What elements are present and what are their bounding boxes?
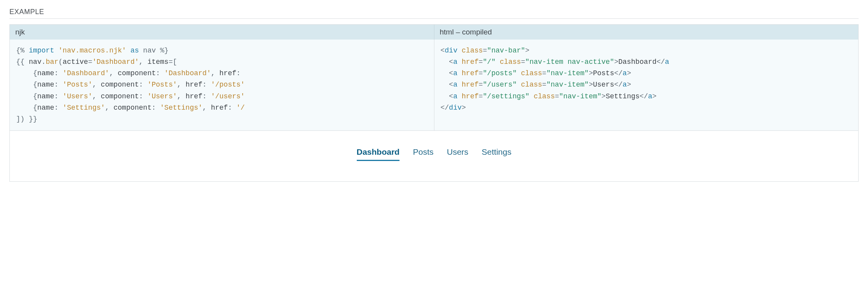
code-html: <div class="nav-bar"> <a href="/" class=… (434, 40, 859, 130)
code-token: 'Dashboard' (164, 69, 211, 77)
section-heading: EXAMPLE (9, 8, 859, 19)
code-token: { (16, 69, 37, 77)
code-token: = (88, 58, 93, 66)
code-token: href (462, 58, 479, 66)
code-token (458, 58, 462, 66)
code-token: div (445, 47, 457, 54)
nav-item-users[interactable]: Users (447, 147, 469, 160)
code-token: , (109, 69, 118, 77)
code-token: '/posts' (211, 81, 245, 89)
code-token: "/users" (483, 81, 517, 89)
code-token: 'Dashboard' (92, 58, 139, 66)
code-token: "nav-item" (559, 92, 601, 100)
code-row: {% import 'nav.macros.njk' as nav %} {{ … (10, 40, 858, 130)
code-tab-headers: njk html – compiled (10, 25, 858, 40)
code-token: Dashboard (618, 58, 656, 66)
code-token: > (627, 81, 631, 89)
code-token: component (113, 104, 151, 112)
tab-html-compiled: html – compiled (434, 25, 859, 40)
code-token: href (462, 69, 479, 77)
code-token: component (101, 81, 139, 89)
code-token: > (589, 69, 593, 77)
code-token: , (139, 58, 147, 66)
code-token: as (131, 47, 139, 54)
code-token: name (37, 69, 54, 77)
code-token (126, 47, 131, 54)
code-token: { (16, 81, 37, 89)
example-panel: njk html – compiled {% import 'nav.macro… (9, 24, 859, 182)
code-token (517, 69, 521, 77)
code-token: , (177, 92, 186, 100)
code-token: . (42, 58, 46, 66)
code-token: = (483, 47, 487, 54)
code-token: : (54, 92, 63, 100)
code-token: active (63, 58, 88, 66)
code-token: "/settings" (483, 92, 530, 100)
code-token: 'Posts' (147, 81, 177, 89)
code-token: component (118, 69, 156, 77)
code-token: : (236, 69, 245, 77)
code-token: ]) }} (16, 115, 37, 123)
code-token: < (441, 81, 453, 89)
code-token: : (139, 81, 147, 89)
code-token: import (29, 47, 54, 54)
code-njk: {% import 'nav.macros.njk' as nav %} {{ … (10, 40, 434, 130)
code-token: 'Users' (63, 92, 93, 100)
code-token: , (202, 104, 211, 112)
code-token: "nav-item" (547, 69, 589, 77)
code-token: class (521, 81, 542, 89)
code-token: 'Settings' (160, 104, 202, 112)
code-token: bar (46, 58, 58, 66)
code-token: : (139, 92, 147, 100)
code-token: = (542, 81, 547, 89)
code-token: = (542, 69, 547, 77)
code-token: a (623, 69, 627, 77)
code-token: </ (639, 92, 648, 100)
code-token: {% (16, 47, 29, 54)
code-token: : (202, 81, 211, 89)
code-token: href (462, 81, 479, 89)
code-token: > (652, 92, 657, 100)
nav-item-settings[interactable]: Settings (482, 147, 512, 160)
code-token (458, 81, 462, 89)
code-token: < (441, 92, 453, 100)
code-token: < (441, 69, 453, 77)
code-token: > (601, 92, 606, 100)
code-token: : (54, 81, 63, 89)
code-token: : (202, 92, 211, 100)
code-token: href (185, 92, 202, 100)
code-token: , (177, 81, 186, 89)
code-token: </ (614, 81, 623, 89)
nav-item-posts[interactable]: Posts (413, 147, 434, 160)
code-token: = (479, 58, 483, 66)
code-token: class (500, 58, 521, 66)
code-token: "/" (483, 58, 496, 66)
code-token: : (152, 104, 160, 112)
code-token: Users (593, 81, 614, 89)
preview-pane: DashboardPostsUsersSettings (10, 130, 858, 181)
code-token: < (441, 58, 453, 66)
code-token: > (627, 69, 631, 77)
code-token (458, 47, 462, 54)
code-token: a (453, 69, 458, 77)
code-token: { (16, 92, 37, 100)
code-token: "/posts" (483, 69, 517, 77)
code-token: "nav-item" (547, 81, 589, 89)
code-token: > (525, 47, 530, 54)
code-token: > (462, 104, 466, 112)
code-token: href (211, 104, 228, 112)
tab-njk: njk (10, 25, 434, 40)
code-token: items (147, 58, 169, 66)
code-token: : (156, 69, 165, 77)
code-token (517, 81, 521, 89)
code-token: href (462, 92, 479, 100)
nav-item-dashboard[interactable]: Dashboard (357, 147, 400, 161)
code-token: = (555, 92, 559, 100)
code-token: 'Posts' (63, 81, 93, 89)
code-token: '/ (236, 104, 245, 112)
code-token: , (92, 92, 101, 100)
code-token: : (228, 104, 236, 112)
code-token: </ (614, 69, 623, 77)
code-token: class (462, 47, 483, 54)
code-token: class (521, 69, 542, 77)
